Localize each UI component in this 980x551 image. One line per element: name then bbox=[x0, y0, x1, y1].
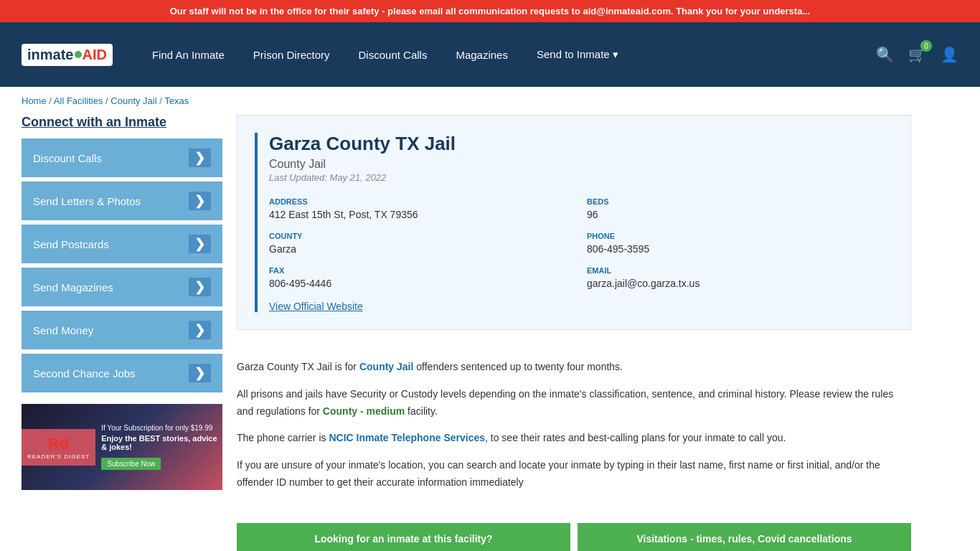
nav-discount-calls[interactable]: Discount Calls bbox=[348, 42, 438, 68]
sidebar-send-letters-button[interactable]: Send Letters & Photos ❯ bbox=[22, 182, 222, 220]
desc-para-3: The phone carrier is NCIC Inmate Telepho… bbox=[237, 430, 911, 447]
sidebar: Connect with an Inmate Discount Calls ❯ … bbox=[22, 115, 222, 551]
phone-detail: PHONE 806-495-3595 bbox=[587, 232, 893, 255]
ad-brand: READER'S DIGEST bbox=[27, 453, 90, 460]
facility-details-grid: ADDRESS 412 East 15th St, Post, TX 79356… bbox=[269, 197, 893, 289]
site-logo[interactable]: inmate AID bbox=[22, 44, 113, 66]
desc-para-2: All prisons and jails have Security or C… bbox=[237, 386, 911, 420]
sidebar-second-chance-button[interactable]: Second Chance Jobs ❯ bbox=[22, 354, 222, 392]
sidebar-send-money-button[interactable]: Send Money ❯ bbox=[22, 311, 222, 349]
main-layout: Connect with an Inmate Discount Calls ❯ … bbox=[0, 115, 933, 551]
email-value: garza.jail@co.garza.tx.us bbox=[587, 278, 893, 289]
ad-logo: Rd bbox=[27, 435, 90, 453]
beds-detail: BEDS 96 bbox=[587, 197, 893, 220]
nav-send-to-inmate[interactable]: Send to Inmate ▾ bbox=[526, 41, 629, 68]
nav-prison-directory[interactable]: Prison Directory bbox=[242, 42, 341, 68]
facility-card: Garza County TX Jail County Jail Last Up… bbox=[237, 115, 911, 330]
county-detail: COUNTY Garza bbox=[269, 232, 575, 255]
sidebar-discount-calls-button[interactable]: Discount Calls ❯ bbox=[22, 138, 222, 177]
search-icon[interactable]: 🔍 bbox=[876, 46, 894, 63]
alert-banner: Our staff will not be in the office for … bbox=[0, 0, 980, 22]
desc-para-4: If you are unsure of your inmate's locat… bbox=[237, 457, 911, 491]
county-jail-link[interactable]: County Jail bbox=[359, 361, 413, 372]
ad-subtext: Enjoy the BEST stories, advice & jokes! bbox=[101, 434, 222, 451]
phone-value: 806-495-3595 bbox=[587, 243, 893, 255]
facility-info-border: Garza County TX Jail County Jail Last Up… bbox=[255, 133, 893, 312]
county-medium-link[interactable]: County - medium bbox=[323, 405, 405, 417]
facility-type: County Jail bbox=[269, 158, 893, 171]
breadcrumb-state[interactable]: Texas bbox=[164, 95, 189, 106]
breadcrumb-home[interactable]: Home bbox=[22, 95, 47, 106]
ad-text: If Your Subscription for only $19.99 bbox=[101, 424, 222, 432]
chevron-right-icon: ❯ bbox=[189, 364, 211, 382]
facility-description: Garza County TX Jail is for County Jail … bbox=[237, 344, 911, 516]
sidebar-title: Connect with an Inmate bbox=[22, 115, 222, 130]
nav-icons: 🔍 🛒 0 👤 bbox=[876, 46, 958, 63]
chevron-right-icon: ❯ bbox=[189, 321, 211, 339]
ncic-link[interactable]: NCIC Inmate Telephone Services bbox=[329, 432, 485, 443]
breadcrumb-county-jail[interactable]: County Jail bbox=[110, 95, 156, 106]
sidebar-send-magazines-button[interactable]: Send Magazines ❯ bbox=[22, 268, 222, 306]
chevron-right-icon: ❯ bbox=[189, 235, 211, 253]
main-content: Garza County TX Jail County Jail Last Up… bbox=[237, 115, 911, 551]
chevron-right-icon: ❯ bbox=[189, 278, 211, 296]
cart-icon[interactable]: 🛒 0 bbox=[908, 46, 926, 63]
chevron-right-icon: ❯ bbox=[189, 192, 211, 210]
chevron-right-icon: ❯ bbox=[189, 149, 211, 167]
beds-value: 96 bbox=[587, 209, 893, 220]
find-inmate-button[interactable]: Looking for an inmate at this facility? bbox=[237, 523, 570, 551]
visitations-button[interactable]: Visitations - times, rules, Covid cancel… bbox=[578, 523, 911, 551]
breadcrumb-all-facilities[interactable]: All Facilities bbox=[54, 95, 103, 106]
address-value: 412 East 15th St, Post, TX 79356 bbox=[269, 209, 575, 220]
nav-magazines[interactable]: Magazines bbox=[445, 42, 519, 68]
fax-detail: FAX 806-495-4446 bbox=[269, 266, 575, 289]
nav-links: Find An Inmate Prison Directory Discount… bbox=[141, 41, 876, 68]
logo-dot bbox=[75, 51, 82, 58]
sidebar-send-postcards-button[interactable]: Send Postcards ❯ bbox=[22, 225, 222, 263]
county-value: Garza bbox=[269, 243, 575, 255]
nav-find-inmate[interactable]: Find An Inmate bbox=[141, 42, 235, 68]
sidebar-advertisement: Rd READER'S DIGEST If Your Subscription … bbox=[22, 404, 222, 490]
official-website: View Official Website bbox=[269, 301, 893, 312]
email-detail: EMAIL garza.jail@co.garza.tx.us bbox=[587, 266, 893, 289]
facility-last-updated: Last Updated: May 21, 2022 bbox=[269, 172, 893, 183]
action-buttons: Looking for an inmate at this facility? … bbox=[237, 523, 911, 551]
fax-value: 806-495-4446 bbox=[269, 278, 575, 289]
user-icon[interactable]: 👤 bbox=[941, 46, 958, 63]
cart-count: 0 bbox=[920, 40, 932, 52]
facility-name: Garza County TX Jail bbox=[269, 133, 893, 155]
breadcrumb: Home / All Facilities / County Jail / Te… bbox=[0, 87, 980, 115]
desc-para-1: Garza County TX Jail is for County Jail … bbox=[237, 359, 911, 376]
address-detail: ADDRESS 412 East 15th St, Post, TX 79356 bbox=[269, 197, 575, 220]
official-website-link[interactable]: View Official Website bbox=[269, 301, 363, 312]
main-nav: inmate AID Find An Inmate Prison Directo… bbox=[0, 22, 980, 87]
subscribe-button[interactable]: Subscribe Now bbox=[101, 458, 161, 470]
